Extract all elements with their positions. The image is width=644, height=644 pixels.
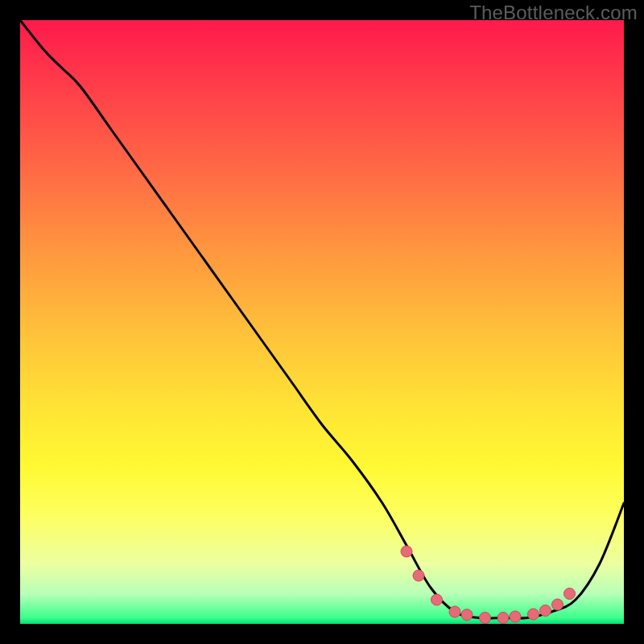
- curve-marker: [461, 609, 473, 621]
- marker-group: [401, 546, 576, 624]
- curve-marker: [431, 594, 443, 605]
- curve-marker: [480, 613, 491, 624]
- curve-marker: [564, 588, 576, 600]
- plot-area: [20, 20, 624, 624]
- curve-marker: [497, 613, 509, 624]
- curve-marker: [552, 599, 564, 610]
- chart-frame: TheBottleneck.com: [0, 0, 644, 644]
- curve-marker: [540, 605, 551, 617]
- curve-marker: [401, 546, 412, 557]
- curve-marker: [528, 609, 539, 620]
- curve-marker: [510, 611, 521, 622]
- curve-layer: [20, 20, 624, 624]
- curve-marker: [413, 570, 424, 581]
- curve-marker: [449, 606, 460, 617]
- bottleneck-curve: [20, 20, 624, 618]
